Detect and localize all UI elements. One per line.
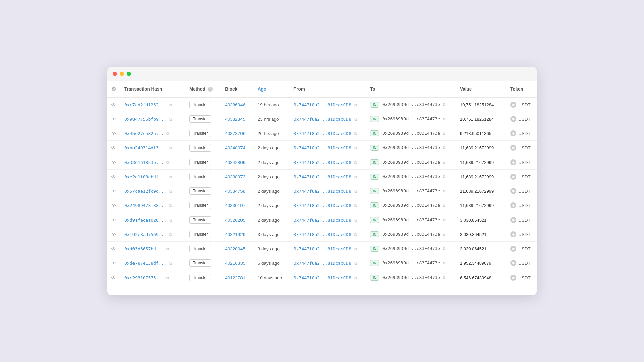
maximize-button[interactable] [127,72,131,76]
from-address-link[interactable]: 0x7447f8a2...81DcacCD8 [293,160,351,165]
tx-hash-link[interactable]: 0xde787e138df... [124,261,166,266]
from-address-link[interactable]: 0x7447f8a2...81DcacCD8 [293,275,351,280]
copy-hash-icon[interactable]: ⧉ [169,261,172,266]
copy-to-icon[interactable]: ⧉ [443,174,446,179]
to-address: 0x2693939d...c83E4473e [382,131,440,136]
block-link[interactable]: 40330197 [225,203,245,208]
eye-icon[interactable]: 👁 [111,116,116,122]
tx-hash-link[interactable]: 0xc7ad2fdf262... [124,102,166,107]
copy-to-icon[interactable]: ⧉ [443,131,446,136]
tx-hash-link[interactable]: 0x45e27c582a... [124,131,164,136]
copy-from-icon[interactable]: ⧉ [354,131,357,136]
copy-to-icon[interactable]: ⧉ [443,232,446,237]
copy-hash-icon[interactable]: ⧉ [169,117,172,122]
block-link[interactable]: 40326205 [225,218,245,223]
col-header-age[interactable]: Age [254,81,289,97]
tx-hash-link[interactable]: 0xf92e8ad7569... [124,232,166,237]
copy-from-icon[interactable]: ⧉ [354,247,357,251]
from-address-link[interactable]: 0x7447f8a2...81DcacCD8 [293,189,351,194]
eye-icon[interactable]: 👁 [111,232,116,237]
token-cell: ◉ USDT [510,159,533,165]
from-address-link[interactable]: 0x7447f8a2...81DcacCD8 [293,117,351,122]
eye-icon[interactable]: 👁 [111,188,116,194]
copy-hash-icon[interactable]: ⧉ [169,218,172,223]
from-address-link[interactable]: 0x7447f8a2...81DcacCD8 [293,145,351,150]
tx-hash-link[interactable]: 0x24989478f88... [124,203,166,208]
copy-hash-icon[interactable]: ⧉ [166,131,169,136]
eye-icon[interactable]: 👁 [111,217,116,223]
copy-to-icon[interactable]: ⧉ [443,189,446,193]
copy-from-icon[interactable]: ⧉ [354,103,357,107]
tx-hash-link[interactable]: 0x9847756bfb9... [124,117,166,122]
copy-hash-icon[interactable]: ⧉ [169,203,172,208]
block-link[interactable]: 40338973 [225,174,245,179]
copy-from-icon[interactable]: ⧉ [354,146,357,150]
from-address-link[interactable]: 0x7447f8a2...81DcacCD8 [293,131,351,136]
copy-hash-icon[interactable]: ⧉ [166,247,169,251]
from-address-link[interactable]: 0x7447f8a2...81DcacCD8 [293,174,351,179]
block-link[interactable]: 40348074 [225,145,245,150]
copy-from-icon[interactable]: ⧉ [354,203,357,208]
copy-hash-icon[interactable]: ⧉ [169,189,172,194]
tx-hash-link[interactable]: 0x57cae12fc9d... [124,189,166,194]
from-address-link[interactable]: 0x7447f8a2...81DcacCD8 [293,102,351,107]
copy-to-icon[interactable]: ⧉ [443,203,446,208]
eye-icon[interactable]: 👁 [111,102,116,108]
copy-from-icon[interactable]: ⧉ [354,117,357,122]
from-address-link[interactable]: 0x7447f8a2...81DcacCD8 [293,261,351,266]
eye-icon[interactable]: 👁 [111,145,116,151]
copy-from-icon[interactable]: ⧉ [354,160,357,165]
copy-to-icon[interactable]: ⧉ [443,102,446,107]
method-info-icon[interactable]: i [208,87,213,92]
copy-from-icon[interactable]: ⧉ [354,261,357,266]
tx-hash-link[interactable]: 0xba249314df3... [124,145,166,150]
copy-hash-icon[interactable]: ⧉ [166,160,169,165]
eye-icon[interactable]: 👁 [111,174,116,180]
settings-icon[interactable]: ⚙ [111,86,116,92]
copy-hash-icon[interactable]: ⧉ [169,232,172,237]
block-link[interactable]: 40386946 [225,102,245,107]
tx-hash-link[interactable]: 0xc293107575... [124,275,164,280]
copy-to-icon[interactable]: ⧉ [443,246,446,251]
block-link[interactable]: 40382345 [225,117,245,122]
copy-to-icon[interactable]: ⧉ [443,117,446,121]
block-link[interactable]: 40216335 [225,261,245,266]
copy-from-icon[interactable]: ⧉ [354,218,357,223]
copy-to-icon[interactable]: ⧉ [443,218,446,222]
copy-to-icon[interactable]: ⧉ [443,275,446,280]
copy-from-icon[interactable]: ⧉ [354,276,357,280]
tx-hash-link[interactable]: 0xe2d1f08ebdf... [124,174,166,179]
block-link[interactable]: 40334758 [225,189,245,194]
copy-hash-icon[interactable]: ⧉ [166,276,169,280]
eye-icon[interactable]: 👁 [111,203,116,208]
close-button[interactable] [113,72,117,76]
tx-hash-link[interactable]: 0xd03d6657bd... [124,246,164,251]
copy-from-icon[interactable]: ⧉ [354,189,357,194]
tx-hash-link[interactable]: 0x336161853b... [124,160,164,165]
copy-hash-icon[interactable]: ⧉ [169,103,172,107]
eye-icon[interactable]: 👁 [111,131,116,136]
from-address-link[interactable]: 0x7447f8a2...81DcacCD8 [293,246,351,251]
block-link[interactable]: 40342809 [225,160,245,165]
from-address-link[interactable]: 0x7447f8a2...81DcacCD8 [293,203,351,208]
block-link[interactable]: 40122781 [225,275,245,280]
eye-icon[interactable]: 👁 [111,160,116,165]
from-address-link[interactable]: 0x7447f8a2...81DcacCD8 [293,218,351,223]
block-link[interactable]: 40378796 [225,131,245,136]
copy-hash-icon[interactable]: ⧉ [169,175,172,179]
copy-to-icon[interactable]: ⧉ [443,145,446,150]
eye-icon[interactable]: 👁 [111,260,116,266]
tx-hash-link[interactable]: 0xd91fecaa028... [124,218,166,223]
eye-icon[interactable]: 👁 [111,275,116,281]
block-link[interactable]: 40321929 [225,232,245,237]
minimize-button[interactable] [120,72,124,76]
copy-to-icon[interactable]: ⧉ [443,160,446,165]
copy-from-icon[interactable]: ⧉ [354,232,357,237]
block-link[interactable]: 40320045 [225,246,245,251]
copy-hash-icon[interactable]: ⧉ [169,146,172,150]
from-address-link[interactable]: 0x7447f8a2...81DcacCD8 [293,232,351,237]
copy-from-icon[interactable]: ⧉ [354,175,357,179]
eye-icon[interactable]: 👁 [111,246,116,252]
token-cell: ◉ USDT [510,102,533,108]
copy-to-icon[interactable]: ⧉ [443,261,446,265]
